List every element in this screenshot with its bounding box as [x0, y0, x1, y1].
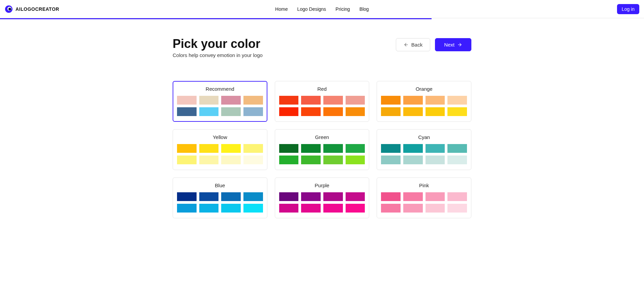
- color-swatch: [221, 144, 241, 153]
- color-swatch: [426, 144, 445, 153]
- color-group-title: Blue: [177, 183, 263, 188]
- color-swatch: [447, 107, 467, 116]
- color-swatch: [323, 204, 343, 213]
- color-swatch: [426, 107, 445, 116]
- color-group-title: Recommend: [177, 86, 263, 92]
- color-group-card[interactable]: Green: [275, 129, 370, 170]
- color-swatch: [447, 204, 467, 213]
- color-swatch: [199, 192, 219, 201]
- color-group-card[interactable]: Red: [275, 81, 370, 122]
- color-swatch: [426, 96, 445, 105]
- color-swatch: [279, 96, 299, 105]
- color-swatch: [403, 204, 423, 213]
- next-label: Next: [444, 42, 455, 48]
- color-swatch: [301, 144, 321, 153]
- swatch-grid: [381, 192, 467, 213]
- color-group-title: Yellow: [177, 134, 263, 140]
- nav-blog[interactable]: Blog: [359, 6, 369, 12]
- color-group-card[interactable]: Recommend: [173, 81, 267, 122]
- color-group-card[interactable]: Purple: [275, 177, 370, 218]
- color-group-title: Red: [279, 86, 365, 92]
- color-swatch: [346, 107, 365, 116]
- color-swatch: [199, 156, 219, 164]
- color-swatch: [221, 204, 241, 213]
- color-swatch: [199, 96, 219, 105]
- color-swatch: [177, 96, 197, 105]
- main-nav: Home Logo Designs Pricing Blog: [275, 6, 369, 12]
- login-button[interactable]: Log in: [617, 4, 639, 14]
- color-swatch: [381, 96, 401, 105]
- color-group-title: Pink: [381, 183, 467, 188]
- color-swatch: [403, 96, 423, 105]
- color-swatch: [301, 96, 321, 105]
- svg-point-2: [8, 8, 11, 10]
- color-swatch: [279, 107, 299, 116]
- progress-bar: [0, 18, 644, 19]
- color-swatch: [199, 107, 219, 116]
- back-button[interactable]: Back: [396, 38, 430, 51]
- color-swatch: [426, 204, 445, 213]
- color-swatch: [243, 96, 263, 105]
- color-swatch: [346, 192, 365, 201]
- color-swatch: [323, 156, 343, 164]
- color-swatch: [323, 192, 343, 201]
- next-button[interactable]: Next: [435, 38, 471, 51]
- color-swatch: [279, 192, 299, 201]
- color-swatch: [301, 107, 321, 116]
- color-group-card[interactable]: Orange: [377, 81, 471, 122]
- color-group-title: Green: [279, 134, 365, 140]
- arrow-left-icon: [404, 42, 409, 47]
- swatch-grid: [177, 144, 263, 164]
- arrow-right-icon: [457, 42, 462, 47]
- color-swatch: [221, 107, 241, 116]
- color-swatch: [426, 156, 445, 164]
- color-swatch: [279, 156, 299, 164]
- color-group-title: Orange: [381, 86, 467, 92]
- color-swatch: [301, 204, 321, 213]
- color-swatch: [279, 204, 299, 213]
- color-swatch: [381, 107, 401, 116]
- color-swatch: [447, 96, 467, 105]
- color-swatch: [323, 107, 343, 116]
- color-swatch: [403, 156, 423, 164]
- color-group-card[interactable]: Blue: [173, 177, 267, 218]
- swatch-grid: [381, 144, 467, 164]
- color-swatch: [243, 144, 263, 153]
- color-swatch: [177, 107, 197, 116]
- color-swatch: [447, 192, 467, 201]
- color-group-card[interactable]: Pink: [377, 177, 471, 218]
- color-swatch: [177, 144, 197, 153]
- color-swatch: [381, 204, 401, 213]
- swatch-grid: [177, 96, 263, 116]
- color-swatch: [221, 192, 241, 201]
- color-swatch: [403, 144, 423, 153]
- color-swatch: [323, 144, 343, 153]
- color-swatch: [346, 204, 365, 213]
- nav-pricing[interactable]: Pricing: [335, 6, 350, 12]
- back-label: Back: [411, 42, 422, 48]
- page-subtitle: Colors help convey emotion in your logo: [173, 52, 263, 58]
- color-swatch: [221, 96, 241, 105]
- color-group-card[interactable]: Cyan: [377, 129, 471, 170]
- color-swatch: [381, 144, 401, 153]
- color-swatch: [403, 192, 423, 201]
- swatch-grid: [279, 96, 365, 116]
- color-swatch: [177, 156, 197, 164]
- color-swatch: [381, 192, 401, 201]
- brand-name: AILOGOCREATOR: [16, 6, 59, 12]
- color-group-card[interactable]: Yellow: [173, 129, 267, 170]
- swatch-grid: [279, 192, 365, 213]
- nav-home[interactable]: Home: [275, 6, 288, 12]
- color-swatch: [243, 156, 263, 164]
- color-swatch: [403, 107, 423, 116]
- nav-logo-designs[interactable]: Logo Designs: [297, 6, 326, 12]
- color-swatch: [447, 156, 467, 164]
- color-group-grid: RecommendRedOrangeYellowGreenCyanBluePur…: [173, 81, 471, 218]
- page-title: Pick your color: [173, 37, 263, 51]
- color-swatch: [243, 192, 263, 201]
- color-swatch: [177, 192, 197, 201]
- color-swatch: [447, 144, 467, 153]
- color-swatch: [346, 144, 365, 153]
- color-swatch: [426, 192, 445, 201]
- color-swatch: [301, 156, 321, 164]
